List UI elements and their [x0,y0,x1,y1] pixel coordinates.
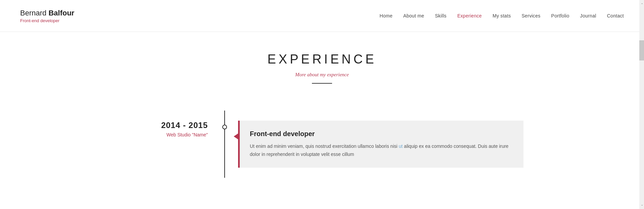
description-highlight: ut [399,143,403,149]
site-header: Bernard Balfour Front-end developer Home… [0,0,644,32]
timeline-right: Front-end developer Ut enim ad minim ven… [228,111,523,178]
description-text-1: Ut enim ad minim veniam, quis nostrud ex… [250,143,399,149]
nav-item-about[interactable]: About me [403,13,424,18]
section-divider [312,83,332,84]
scroll-down-arrow[interactable]: ⌄ [641,203,643,206]
timeline-container: 2014 - 2015 Web Studio "Name" Front-end … [0,104,644,184]
timeline-line [224,111,225,178]
scrollbar-track[interactable] [639,0,644,209]
section-title: EXPERIENCE [0,52,644,67]
experience-description: Ut enim ad minim veniam, quis nostrud ex… [250,142,510,159]
timeline-dot [222,125,227,129]
main-content: EXPERIENCE More about my experience 2014… [0,32,644,205]
nav-item-skills[interactable]: Skills [435,13,446,18]
timeline-company: Web Studio "Name" [167,132,208,137]
logo-name: Bernard Balfour [20,9,74,17]
experience-title: Front-end developer [250,130,510,138]
timeline-line-area [221,111,228,178]
nav-item-journal[interactable]: Journal [580,13,596,18]
nav-item-experience[interactable]: Experience [457,13,482,18]
logo-last-name: Balfour [48,9,74,17]
scrollbar-thumb[interactable] [639,40,644,60]
logo-area: Bernard Balfour Front-end developer [20,9,74,23]
nav-item-portfolio[interactable]: Portfolio [551,13,569,18]
nav-item-home[interactable]: Home [380,13,393,18]
logo-subtitle: Front-end developer [20,18,74,23]
scroll-up-arrow[interactable]: ⌃ [641,3,643,6]
main-nav: Home About me Skills Experience My stats… [380,13,624,18]
section-subtitle: More about my experience [0,72,644,78]
section-header: EXPERIENCE More about my experience [0,52,644,84]
nav-item-contact[interactable]: Contact [607,13,624,18]
timeline-wrapper: 2014 - 2015 Web Studio "Name" Front-end … [121,111,523,178]
logo-first-name: Bernard [20,9,48,17]
timeline-left: 2014 - 2015 Web Studio "Name" [121,111,221,178]
nav-item-mystats[interactable]: My stats [493,13,511,18]
nav-item-services[interactable]: Services [521,13,540,18]
timeline-year: 2014 - 2015 [161,121,208,130]
experience-card: Front-end developer Ut enim ad minim ven… [238,121,523,168]
